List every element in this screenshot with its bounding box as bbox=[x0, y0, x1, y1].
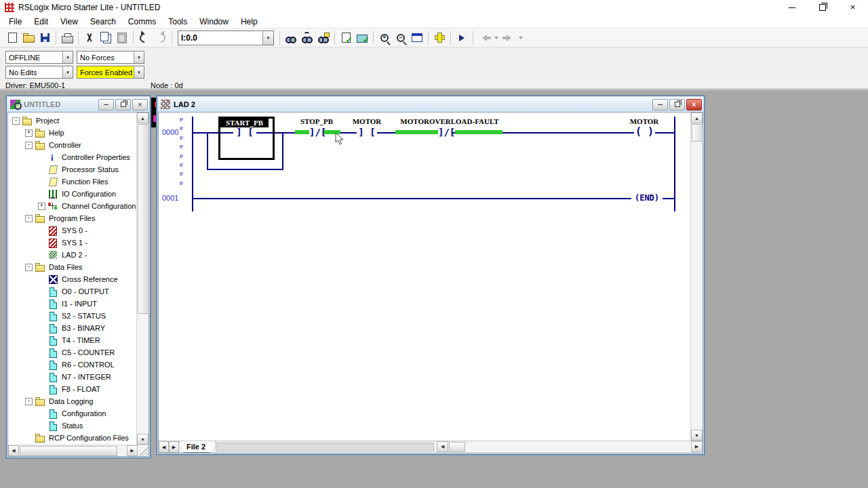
tree-item[interactable]: RCP Configuration Files bbox=[8, 432, 136, 444]
menu-window[interactable]: Window bbox=[193, 16, 235, 28]
tree-item-label[interactable]: RCP Configuration Files bbox=[49, 434, 129, 442]
mode-combo[interactable]: OFFLINE ▼ bbox=[5, 51, 73, 64]
address-value[interactable]: I:0.0 bbox=[178, 33, 262, 43]
redo-icon[interactable] bbox=[153, 30, 169, 46]
lad-horizontal-scrollbar[interactable]: ◀ ▶ bbox=[437, 441, 703, 453]
menu-help[interactable]: Help bbox=[235, 16, 264, 28]
tree-item[interactable]: Cross Reference bbox=[8, 273, 136, 285]
collapse-icon[interactable]: - bbox=[25, 398, 33, 405]
tree-item-label[interactable]: C5 - COUNTER bbox=[62, 348, 115, 357]
tree-close-button[interactable]: × bbox=[132, 99, 148, 110]
nav-forward-icon[interactable] bbox=[500, 30, 517, 46]
zoom-out-icon[interactable] bbox=[393, 30, 409, 46]
scroll-down-icon[interactable]: ▼ bbox=[137, 434, 149, 445]
data-table-icon[interactable] bbox=[409, 30, 425, 46]
ladder-canvas[interactable]: 0000 0001 eeeeeeee START_PB ] [ bbox=[159, 113, 690, 441]
tree-item-label[interactable]: O0 - OUTPUT bbox=[62, 287, 109, 296]
tree-item-label[interactable]: Controller Properties bbox=[62, 153, 130, 161]
chevron-down-icon[interactable]: ▼ bbox=[62, 52, 73, 63]
tab-scroll-left-icon[interactable]: ◀ bbox=[159, 441, 169, 453]
tree-item[interactable]: -Program Files bbox=[8, 212, 136, 224]
edits-combo[interactable]: No Edits ▼ bbox=[5, 66, 73, 79]
expand-icon[interactable]: + bbox=[38, 203, 45, 210]
nav-back-icon[interactable] bbox=[476, 30, 492, 46]
scroll-thumb[interactable] bbox=[138, 124, 149, 314]
tree-item-label[interactable]: Function Files bbox=[62, 178, 108, 186]
scroll-thumb[interactable] bbox=[20, 446, 117, 456]
tree-restore-button[interactable] bbox=[115, 99, 131, 110]
new-component-icon[interactable] bbox=[431, 30, 448, 46]
copy-icon[interactable] bbox=[98, 30, 114, 46]
stop-pb-contact[interactable]: ]/[ bbox=[309, 127, 323, 138]
open-icon[interactable] bbox=[20, 30, 37, 46]
lad-restore-button[interactable] bbox=[669, 99, 685, 110]
chevron-down-icon[interactable]: ▼ bbox=[134, 66, 144, 78]
find-next-icon[interactable] bbox=[299, 30, 315, 46]
tree-item-label[interactable]: N7 - INTEGER bbox=[62, 373, 111, 381]
tree-item[interactable]: B3 - BINARY bbox=[8, 322, 136, 334]
collapse-icon[interactable]: - bbox=[25, 215, 33, 222]
tree-item[interactable]: R6 - CONTROL bbox=[8, 359, 136, 371]
menu-comms[interactable]: Comms bbox=[122, 16, 162, 28]
overload-label[interactable]: MOTOROVERLOAD-FAULT bbox=[399, 117, 500, 125]
restore-button[interactable] bbox=[807, 0, 837, 15]
tree-item-label[interactable]: F8 - FLOAT bbox=[62, 385, 100, 393]
tree-item[interactable]: -Data Logging bbox=[8, 395, 136, 407]
chevron-down-icon[interactable]: ▼ bbox=[262, 31, 273, 45]
motor-contact[interactable]: ] [ bbox=[357, 127, 377, 138]
scroll-down-icon[interactable]: ▼ bbox=[691, 430, 703, 441]
tree-item-label[interactable]: I1 - INPUT bbox=[62, 300, 97, 308]
find-icon[interactable] bbox=[283, 30, 299, 46]
tree-item[interactable]: Function Files bbox=[8, 176, 136, 188]
scroll-up-icon[interactable]: ▲ bbox=[691, 113, 703, 123]
tree-item[interactable]: SYS 1 - bbox=[8, 237, 136, 249]
overload-contact[interactable]: ]/[ bbox=[438, 127, 452, 138]
tree-item-label[interactable]: Configuration bbox=[62, 409, 106, 418]
minimize-button[interactable] bbox=[776, 0, 807, 15]
tree-item-label[interactable]: S2 - STATUS bbox=[62, 312, 106, 320]
tree-item-label[interactable]: Program Files bbox=[49, 214, 95, 222]
menu-edit[interactable]: Edit bbox=[28, 16, 54, 28]
tree-item-label[interactable]: SYS 0 - bbox=[62, 226, 87, 235]
tree-item[interactable]: LAD 2 - bbox=[8, 249, 136, 261]
tree-item-label[interactable]: R6 - CONTROL bbox=[62, 361, 115, 369]
undo-icon[interactable] bbox=[136, 30, 153, 46]
file-tab[interactable]: File 2 bbox=[179, 441, 216, 453]
chevron-down-icon[interactable]: ▼ bbox=[62, 66, 73, 78]
lad-window-titlebar[interactable]: LAD 2 × bbox=[158, 97, 703, 112]
scroll-up-icon[interactable]: ▲ bbox=[137, 113, 149, 123]
collapse-icon[interactable]: - bbox=[25, 142, 33, 149]
zoom-in-icon[interactable] bbox=[376, 30, 393, 46]
save-icon[interactable] bbox=[37, 30, 53, 46]
tree-item-label[interactable]: B3 - BINARY bbox=[62, 324, 105, 332]
scroll-thumb[interactable] bbox=[449, 442, 465, 452]
tree-item[interactable]: Status bbox=[8, 420, 136, 432]
tree-minimize-button[interactable] bbox=[98, 99, 114, 110]
rung-number[interactable]: 0001 bbox=[162, 194, 178, 202]
scroll-thumb[interactable] bbox=[692, 124, 703, 142]
motor-coil-label[interactable]: MOTOR bbox=[624, 117, 665, 125]
tree-item[interactable]: N7 - INTEGER bbox=[8, 371, 136, 383]
collapse-icon[interactable]: - bbox=[12, 117, 20, 125]
tree-item-label[interactable]: Status bbox=[62, 422, 83, 430]
nav-forward-dropdown-icon[interactable] bbox=[519, 37, 523, 39]
tree-item[interactable]: Processor Status bbox=[8, 163, 136, 176]
stop-pb-label[interactable]: STOP_PB bbox=[291, 117, 342, 125]
scroll-right-icon[interactable]: ▶ bbox=[127, 445, 138, 456]
motor-contact-label[interactable]: MOTOR bbox=[349, 117, 384, 125]
print-icon[interactable] bbox=[59, 30, 75, 46]
menu-search[interactable]: Search bbox=[84, 16, 122, 28]
tree-item[interactable]: -Data Files bbox=[8, 261, 136, 273]
tree-item-label[interactable]: Data Files bbox=[49, 263, 83, 271]
tree-item[interactable]: F8 - FLOAT bbox=[8, 383, 136, 395]
close-button[interactable]: × bbox=[837, 0, 868, 15]
tree-item[interactable]: S2 - STATUS bbox=[8, 310, 136, 322]
tree-item[interactable]: Controller Properties bbox=[8, 151, 136, 163]
tree-item[interactable]: Configuration bbox=[8, 407, 136, 420]
address-combo[interactable]: I:0.0 ▼ bbox=[178, 30, 274, 45]
menu-view[interactable]: View bbox=[54, 16, 84, 28]
tree-item[interactable]: +Help bbox=[8, 127, 136, 139]
nav-back-dropdown-icon[interactable] bbox=[494, 37, 498, 39]
tree-item[interactable]: C5 - COUNTER bbox=[8, 346, 136, 359]
forces-toggle-combo[interactable]: Forces Enabled ▼ bbox=[77, 66, 144, 79]
